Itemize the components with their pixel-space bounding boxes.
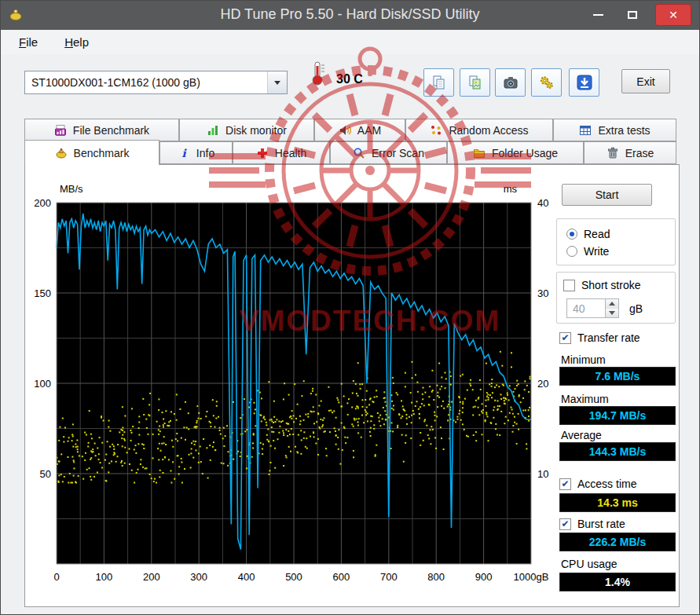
tab-benchmark[interactable]: Benchmark xyxy=(24,140,159,165)
svg-text:i: i xyxy=(181,147,187,159)
maximum-value: 194.7 MB/s xyxy=(559,406,676,425)
svg-text:30: 30 xyxy=(537,287,548,299)
tab-label: Health xyxy=(275,147,306,159)
drive-select-value: ST1000DX001-1CM162 (1000 gB) xyxy=(25,76,267,89)
svg-text:100: 100 xyxy=(96,571,113,583)
menu-help[interactable]: Help xyxy=(64,35,89,49)
copy-image-button[interactable] xyxy=(460,68,490,97)
app-window: HD Tune Pro 5.50 - Hard Disk/SSD Utility… xyxy=(0,0,700,615)
tab-extra-tests[interactable]: Extra tests xyxy=(553,119,676,141)
exit-button[interactable]: Exit xyxy=(621,69,670,93)
write-radio[interactable]: Write xyxy=(566,243,675,260)
short-stroke-unit: gB xyxy=(629,302,643,315)
tab-label: Disk monitor xyxy=(225,124,287,137)
average-label: Average xyxy=(561,429,602,441)
svg-text:400: 400 xyxy=(238,571,255,583)
screenshot-button[interactable] xyxy=(495,68,526,97)
burst-rate-label: Burst rate xyxy=(577,518,625,530)
download-icon xyxy=(577,75,592,90)
transfer-rate-checkbox[interactable]: ✔ Transfer rate xyxy=(559,331,640,344)
access-time-checkbox[interactable]: ✔ Access time xyxy=(559,478,636,490)
svg-text:ms: ms xyxy=(504,183,518,195)
access-time-label: Access time xyxy=(577,478,636,490)
svg-text:800: 800 xyxy=(427,571,445,583)
tab-label: Random Access xyxy=(449,124,528,137)
average-value: 144.3 MB/s xyxy=(559,442,676,461)
access-time-checkbox-box: ✔ xyxy=(559,478,571,490)
svg-text:600: 600 xyxy=(333,571,350,583)
svg-text:700: 700 xyxy=(380,571,398,583)
write-radio-label: Write xyxy=(584,245,609,258)
burst-rate-value: 226.2 MB/s xyxy=(559,533,676,551)
extra-tests-icon xyxy=(579,124,592,137)
transfer-rate-label: Transfer rate xyxy=(577,331,640,344)
short-stroke-group: Short stroke 40 gB xyxy=(556,272,676,324)
menu-file[interactable]: File xyxy=(19,35,38,49)
menubar: File Help xyxy=(2,30,699,54)
drive-select[interactable]: ST1000DX001-1CM162 (1000 gB) xyxy=(24,71,288,94)
burst-rate-checkbox[interactable]: ✔ Burst rate xyxy=(559,518,625,530)
tab-label: Extra tests xyxy=(598,124,650,137)
gears-icon xyxy=(539,75,555,90)
tab-health[interactable]: Health xyxy=(233,141,330,164)
tab-file-benchmark[interactable]: File Benchmark xyxy=(24,119,179,141)
tab-erase[interactable]: Erase xyxy=(584,141,676,164)
toolbar: ST1000DX001-1CM162 (1000 gB) 30 C E xyxy=(1,54,699,117)
copy-button[interactable] xyxy=(423,68,454,97)
tab-label: Benchmark xyxy=(74,147,130,159)
spinner-up-icon[interactable] xyxy=(606,299,618,309)
short-stroke-input[interactable]: 40 xyxy=(566,298,606,318)
read-radio[interactable]: Read xyxy=(566,225,675,243)
short-stroke-checkbox[interactable]: Short stroke xyxy=(563,279,675,291)
settings-button[interactable] xyxy=(531,68,562,97)
svg-text:20: 20 xyxy=(537,378,548,390)
tab-aam[interactable]: AAM xyxy=(314,119,405,141)
read-write-group: Read Write xyxy=(556,218,676,265)
transfer-rate-checkbox-box: ✔ xyxy=(559,332,571,344)
spinner-down-icon[interactable] xyxy=(606,309,618,318)
save-button[interactable] xyxy=(569,68,599,97)
tab-label: Folder Usage xyxy=(492,147,558,159)
thermometer-icon xyxy=(309,60,328,89)
svg-text:200: 200 xyxy=(34,197,51,209)
file-benchmark-icon xyxy=(54,124,67,137)
maximize-button[interactable] xyxy=(621,5,644,24)
close-button[interactable]: ✕ xyxy=(655,4,691,26)
camera-icon xyxy=(503,75,519,90)
dropdown-arrow-icon[interactable] xyxy=(267,71,287,93)
tab-info[interactable]: i Info xyxy=(159,141,233,164)
tab-label: File Benchmark xyxy=(73,124,149,137)
access-time-value: 14.3 ms xyxy=(559,493,676,512)
benchmark-tab-page: MB/sms2001501005040302010010020030040050… xyxy=(24,164,680,607)
benchmark-chart: MB/sms2001501005040302010010020030040050… xyxy=(30,182,564,588)
minimize-button[interactable] xyxy=(586,5,610,24)
minimum-value: 7.6 MB/s xyxy=(559,367,676,386)
read-radio-circle xyxy=(566,229,577,240)
aam-speaker-icon xyxy=(339,124,351,137)
svg-text:0: 0 xyxy=(53,571,59,583)
caption-buttons: ✕ xyxy=(586,5,691,25)
tab-row-2: Benchmark i Info Health Error Scan Folde… xyxy=(24,141,676,165)
tab-error-scan[interactable]: Error Scan xyxy=(330,141,447,164)
tab-label: AAM xyxy=(357,124,381,137)
random-access-icon xyxy=(430,124,442,137)
info-icon: i xyxy=(178,147,190,159)
tab-row-1: File Benchmark Disk monitor AAM Random A… xyxy=(24,119,676,141)
benchmark-lamp-icon xyxy=(55,147,68,159)
read-radio-label: Read xyxy=(584,228,610,240)
svg-text:300: 300 xyxy=(190,571,207,583)
svg-text:100: 100 xyxy=(34,378,51,390)
short-stroke-checkbox-box xyxy=(563,280,575,291)
short-stroke-spinner[interactable] xyxy=(606,298,619,318)
start-button[interactable]: Start xyxy=(562,184,652,206)
tab-random-access[interactable]: Random Access xyxy=(405,119,553,141)
short-stroke-label: Short stroke xyxy=(581,279,640,291)
disk-monitor-icon xyxy=(207,124,219,137)
tab-folder-usage[interactable]: Folder Usage xyxy=(447,141,584,164)
cpu-usage-value: 1.4% xyxy=(559,573,676,591)
svg-text:500: 500 xyxy=(285,571,302,583)
cpu-usage-label: CPU usage xyxy=(561,558,618,570)
tab-disk-monitor[interactable]: Disk monitor xyxy=(179,119,314,141)
maximize-icon xyxy=(628,11,637,19)
tab-label: Info xyxy=(196,147,214,159)
